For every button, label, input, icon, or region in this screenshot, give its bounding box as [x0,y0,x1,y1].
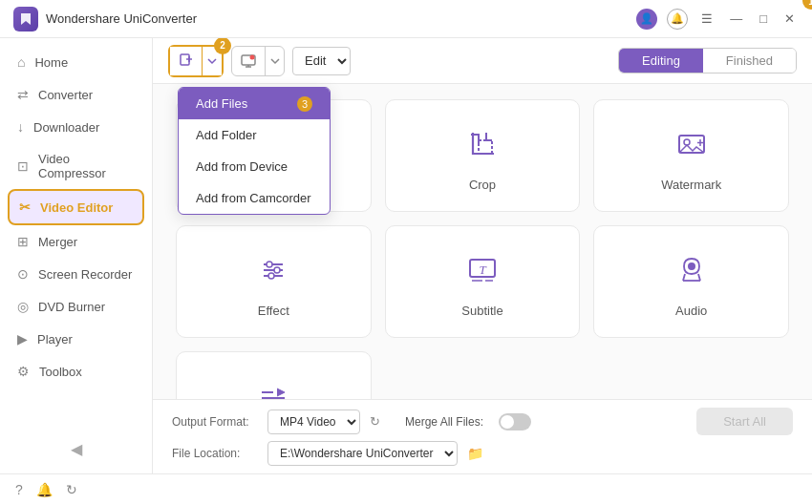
dropdown-add-files[interactable]: Add Files 3 [179,88,330,119]
help-icon[interactable]: ? [15,482,23,497]
svg-text:T: T [479,262,486,277]
bell-icon[interactable]: 🔔 [667,9,688,30]
sidebar-item-video-editor[interactable]: ✂ Video Editor 1 [8,189,144,225]
tab-editing[interactable]: Editing [619,49,703,73]
sidebar-label: Player [37,332,73,346]
grid-card-crop[interactable]: Crop [385,99,581,212]
app-title: Wondershare UniConverter [46,11,197,26]
grid-card-effect[interactable]: Effect [176,225,372,338]
sidebar-item-screen-recorder[interactable]: ⊙ Screen Recorder [0,258,152,290]
refresh-icon[interactable]: ↻ [370,414,380,429]
grid-card-audio[interactable]: Audio [593,225,789,338]
file-location-label: File Location: [172,447,258,460]
sidebar-label: Video Compressor [38,152,135,180]
maximize-button[interactable]: □ [756,11,771,26]
sidebar-item-dvd-burner[interactable]: ◎ DVD Burner [0,290,152,323]
dropdown-add-from-device[interactable]: Add from Device [179,151,330,182]
sidebar-item-home[interactable]: ⌂ Home [0,46,152,78]
dropdown-add-folder[interactable]: Add Folder [179,119,330,151]
bottom-row-2: File Location: E:\Wondershare UniConvert… [172,441,793,466]
titlebar-right: 👤 🔔 ☰ — □ ✕ [636,9,799,30]
audio-icon [674,253,709,294]
file-location-select[interactable]: E:\Wondershare UniConverter [267,441,458,466]
user-icon[interactable]: 👤 [636,9,657,30]
feedback-icon[interactable]: ↻ [66,482,77,497]
main-layout: ⌂ Home ⇄ Converter ↓ Downloader ⊡ Video … [0,38,812,473]
sidebar-label: DVD Burner [38,300,105,314]
sidebar-item-converter[interactable]: ⇄ Converter [0,78,152,111]
chevron-down-icon [207,57,217,65]
notification-icon[interactable]: 🔔 [36,482,53,497]
add-file-icon [178,52,195,70]
dvd-icon: ◎ [17,299,29,314]
add-btn-main[interactable] [170,47,203,75]
merge-all-toggle[interactable] [499,413,531,430]
screen-record-button[interactable] [231,46,285,76]
bottom-bar: Output Format: MP4 Video ↻ Merge All Fil… [153,399,812,473]
step-badge-3: 3 [297,96,312,112]
output-format-label: Output Format: [172,415,258,429]
screen-btn-dropdown-arrow[interactable] [265,47,284,75]
screen-recorder-icon: ⊙ [17,266,29,282]
add-files-dropdown: Add Files 3 Add Folder Add from Device A… [178,87,331,215]
sidebar-item-downloader[interactable]: ↓ Downloader [0,111,152,143]
svg-point-7 [250,54,255,59]
crop-label: Crop [469,178,496,192]
grid-card-subtitle[interactable]: T Subtitle [385,225,581,338]
svg-point-23 [268,273,274,279]
screen-btn-main[interactable] [232,47,265,75]
sidebar-collapse-button[interactable]: ◀ [0,432,152,466]
svg-marker-0 [21,13,31,25]
start-all-button[interactable]: Start All [696,408,793,435]
merger-icon: ⊞ [17,234,29,249]
audio-label: Audio [675,304,707,318]
player-icon: ▶ [17,331,28,346]
dropdown-add-files-label: Add Files [196,96,247,111]
svg-rect-13 [479,140,492,154]
edit-mode-select[interactable]: Edit [292,47,351,75]
sidebar-label: Downloader [33,120,99,135]
svg-point-28 [688,262,695,270]
output-format-select[interactable]: MP4 Video [267,410,360,434]
sidebar-item-video-compressor[interactable]: ⊡ Video Compressor [0,143,152,189]
svg-line-29 [683,274,685,281]
sidebar: ⌂ Home ⇄ Converter ↓ Downloader ⊡ Video … [0,38,153,473]
folder-icon[interactable]: 📁 [467,446,483,461]
downloader-icon: ↓ [17,119,24,135]
sidebar-label: Toolbox [39,365,82,379]
watermark-label: Watermark [661,178,721,192]
svg-point-21 [267,262,272,267]
dropdown-add-from-camcorder[interactable]: Add from Camcorder [179,182,330,214]
screen-icon [240,52,257,70]
chevron-down-icon-2 [270,57,280,65]
compressor-icon: ⊡ [17,158,29,174]
toolbox-icon: ⚙ [17,364,30,379]
minimize-button[interactable]: — [726,11,746,26]
crop-icon [465,127,500,168]
close-button[interactable]: ✕ [780,11,799,26]
svg-point-22 [274,267,280,273]
footer: ? 🔔 ↻ [0,473,812,504]
tab-group: Editing Finished [618,48,797,74]
sidebar-label: Home [34,55,68,70]
sidebar-label: Converter [38,88,93,102]
sidebar-item-merger[interactable]: ⊞ Merger [0,225,152,258]
content-area: 2 Add Files 3 Add Folder Add from Device… [153,38,812,473]
grid-card-speed[interactable]: Speed [176,351,372,399]
bottom-row-1: Output Format: MP4 Video ↻ Merge All Fil… [172,408,793,435]
home-icon: ⌂ [17,54,25,70]
app-logo [13,7,38,32]
titlebar: Wondershare UniConverter 👤 🔔 ☰ — □ ✕ [0,0,812,38]
menu-icon[interactable]: ☰ [697,11,716,26]
speed-icon [256,379,290,399]
subtitle-label: Subtitle [461,304,502,318]
toolbar: 2 Add Files 3 Add Folder Add from Device… [153,38,812,84]
tab-finished[interactable]: Finished [703,49,796,73]
svg-line-30 [698,274,700,281]
sidebar-label: Merger [38,235,77,249]
step-badge-2: 2 [214,38,231,54]
grid-card-watermark[interactable]: Watermark [593,99,789,212]
add-button-wrapper: 2 Add Files 3 Add Folder Add from Device… [168,45,224,77]
sidebar-item-player[interactable]: ▶ Player [0,323,152,355]
sidebar-item-toolbox[interactable]: ⚙ Toolbox [0,355,152,388]
